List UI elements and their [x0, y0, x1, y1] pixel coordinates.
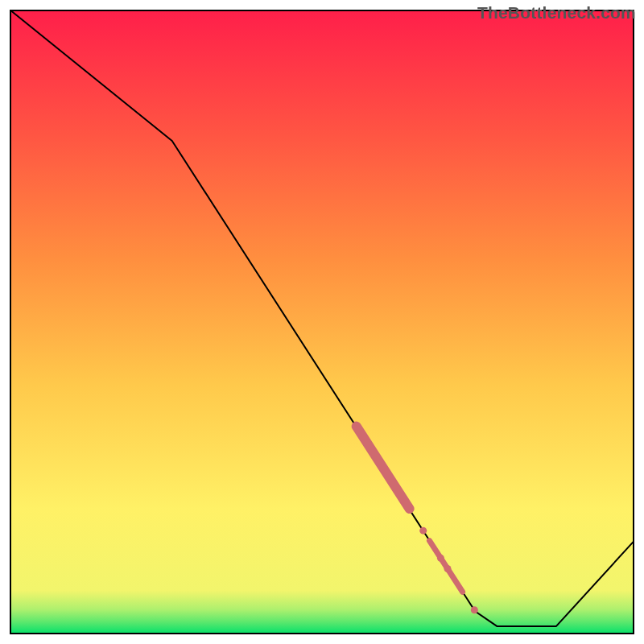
highlight-dot	[471, 606, 478, 613]
chart-container: TheBottleneck.com	[0, 0, 644, 644]
plot-area	[10, 10, 634, 634]
highlight-dot	[444, 565, 451, 572]
highlight-dot	[437, 555, 444, 562]
gradient-background	[10, 10, 634, 634]
highlight-dot	[419, 527, 427, 535]
watermark-text: TheBottleneck.com	[477, 3, 636, 23]
chart-svg	[10, 10, 634, 634]
